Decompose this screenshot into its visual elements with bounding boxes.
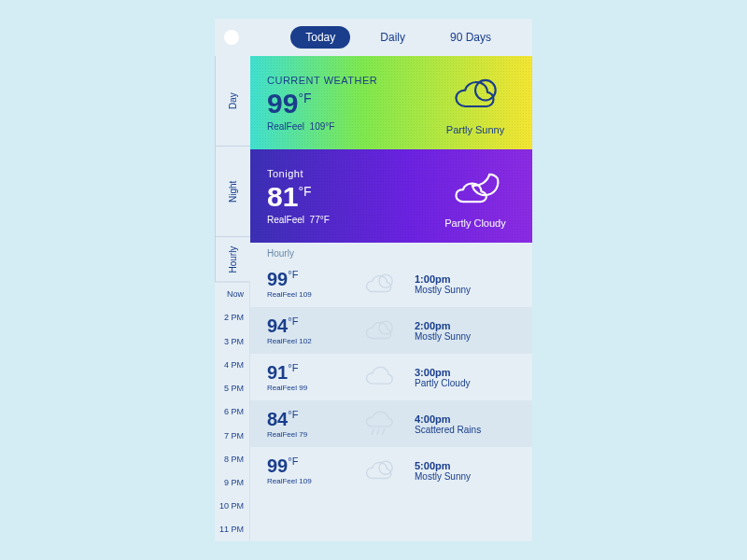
hourly-row[interactable]: 91°F RealFeel 99 3:00pm Partly Cloudy [250, 354, 532, 400]
tab-daily[interactable]: Daily [365, 26, 420, 49]
current-temp: 99°F [267, 88, 433, 119]
hourly-row[interactable]: 99°F RealFeel 109 5:00pm Mostly Sunny [250, 447, 532, 494]
top-tabs: Today Daily 90 Days [215, 19, 532, 56]
hourly-condition: Mostly Sunny [415, 331, 519, 342]
rail-tick: 11 PM [215, 518, 250, 541]
hourly-realfeel: RealFeel 109 [267, 290, 357, 299]
rail-tick: Now [215, 283, 250, 306]
rail-segment-hourly[interactable]: Hourly [215, 237, 250, 283]
rail-tick: 5 PM [215, 376, 250, 399]
hourly-time: 5:00pm [415, 460, 519, 471]
mostly-sunny-icon [363, 268, 395, 300]
mostly-sunny-icon [363, 315, 395, 346]
rail-segment-night[interactable]: Night [215, 147, 250, 237]
hourly-time: 4:00pm [415, 413, 519, 425]
rail-tick: 2 PM [215, 306, 250, 329]
rail-tick: 6 PM [215, 400, 250, 424]
tab-90days[interactable]: 90 Days [435, 26, 506, 49]
hourly-realfeel: RealFeel 99 [267, 384, 357, 392]
weather-app: Today Daily 90 Days Day Night Hourly Now… [215, 19, 532, 541]
tonight-temp: 81°F [267, 181, 433, 213]
menu-dot[interactable] [224, 30, 239, 45]
tonight-panel[interactable]: Tonight 81°F RealFeel 77°F Partly Cloudy [250, 149, 532, 243]
hourly-time: 2:00pm [415, 320, 519, 331]
main-content: CURRENT WEATHER 99°F RealFeel 109°F Part… [250, 56, 532, 541]
rail-tick: 9 PM [215, 470, 250, 494]
hourly-condition: Partly Cloudy [415, 378, 519, 388]
rail-tick: 3 PM [215, 329, 250, 353]
hourly-time: 1:00pm [415, 273, 519, 285]
hourly-realfeel: RealFeel 109 [267, 477, 357, 485]
rail-tick: 8 PM [215, 447, 250, 470]
hourly-condition: Mostly Sunny [415, 285, 519, 295]
rail-segment-day[interactable]: Day [215, 56, 250, 147]
current-realfeel: RealFeel 109°F [267, 121, 433, 132]
hourly-time: 3:00pm [415, 367, 519, 378]
current-weather-panel[interactable]: CURRENT WEATHER 99°F RealFeel 109°F Part… [250, 56, 532, 149]
current-condition: Partly Sunny [433, 124, 517, 135]
hourly-list[interactable]: 99°F RealFeel 109 1:00pm Mostly Sunny 94… [250, 260, 532, 494]
hourly-row[interactable]: 99°F RealFeel 109 1:00pm Mostly Sunny [250, 260, 532, 307]
tonight-label: Tonight [267, 168, 433, 179]
hourly-row[interactable]: 94°F RealFeel 102 2:00pm Mostly Sunny [250, 307, 532, 354]
tab-today[interactable]: Today [290, 26, 350, 49]
hourly-heading: Hourly [250, 243, 532, 260]
hourly-condition: Mostly Sunny [415, 471, 519, 482]
rail-tick: 7 PM [215, 424, 250, 447]
rail-tick: 4 PM [215, 353, 250, 376]
time-rail: Day Night Hourly Now 2 PM 3 PM 4 PM 5 PM… [215, 56, 250, 541]
rain-icon [363, 408, 395, 440]
partly-cloudy-night-icon [451, 163, 500, 212]
mostly-sunny-icon [363, 455, 395, 486]
rail-tick: 10 PM [215, 495, 250, 518]
partly-cloudy-icon [363, 361, 395, 393]
current-label: CURRENT WEATHER [267, 75, 433, 86]
tonight-condition: Partly Cloudy [433, 217, 517, 229]
tonight-realfeel: RealFeel 77°F [267, 215, 433, 225]
hourly-realfeel: RealFeel 79 [267, 430, 357, 439]
hourly-condition: Scattered Rains [415, 425, 519, 435]
partly-sunny-icon [451, 70, 500, 119]
hourly-row[interactable]: 84°F RealFeel 79 4:00pm Scattered Rains [250, 400, 532, 447]
hourly-realfeel: RealFeel 102 [267, 337, 357, 345]
